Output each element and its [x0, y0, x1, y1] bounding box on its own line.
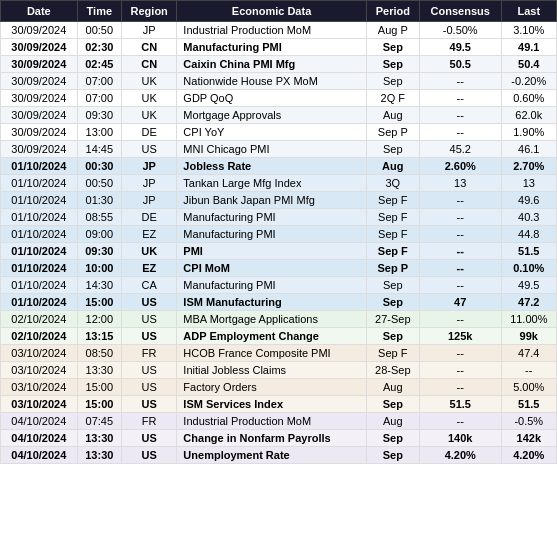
table-cell: 01/10/2024	[1, 158, 78, 175]
header-date: Date	[1, 1, 78, 22]
table-cell: 2.60%	[419, 158, 501, 175]
table-cell: 04/10/2024	[1, 447, 78, 464]
table-cell: 47.4	[501, 345, 556, 362]
table-cell: --	[419, 345, 501, 362]
table-cell: HCOB France Composite PMI	[177, 345, 366, 362]
table-row: 30/09/202402:45CNCaixin China PMI MfgSep…	[1, 56, 557, 73]
table-cell: 30/09/2024	[1, 124, 78, 141]
table-cell: 30/09/2024	[1, 56, 78, 73]
table-cell: Mortgage Approvals	[177, 107, 366, 124]
table-row: 01/10/202409:00EZManufacturing PMISep F-…	[1, 226, 557, 243]
table-cell: 30/09/2024	[1, 73, 78, 90]
table-cell: EZ	[122, 260, 177, 277]
table-cell: 140k	[419, 430, 501, 447]
table-cell: 62.0k	[501, 107, 556, 124]
table-cell: US	[122, 311, 177, 328]
table-cell: Sep	[366, 294, 419, 311]
table-cell: --	[419, 73, 501, 90]
table-row: 01/10/202414:30CAManufacturing PMISep--4…	[1, 277, 557, 294]
table-row: 30/09/202407:00UKGDP QoQ2Q F--0.60%	[1, 90, 557, 107]
table-cell: 2.70%	[501, 158, 556, 175]
table-cell: 03/10/2024	[1, 379, 78, 396]
table-cell: EZ	[122, 226, 177, 243]
table-cell: Industrial Production MoM	[177, 22, 366, 39]
table-cell: 13:30	[77, 362, 121, 379]
table-cell: 30/09/2024	[1, 22, 78, 39]
table-cell: 01/10/2024	[1, 175, 78, 192]
table-cell: Tankan Large Mfg Index	[177, 175, 366, 192]
table-cell: Initial Jobless Claims	[177, 362, 366, 379]
table-cell: ISM Services Index	[177, 396, 366, 413]
table-cell: Manufacturing PMI	[177, 39, 366, 56]
table-row: 02/10/202413:15USADP Employment ChangeSe…	[1, 328, 557, 345]
table-cell: Aug P	[366, 22, 419, 39]
table-cell: 07:00	[77, 90, 121, 107]
table-cell: 02:30	[77, 39, 121, 56]
table-cell: 2Q F	[366, 90, 419, 107]
table-cell: 10:00	[77, 260, 121, 277]
table-cell: US	[122, 141, 177, 158]
table-cell: 12:00	[77, 311, 121, 328]
table-cell: 40.3	[501, 209, 556, 226]
table-cell: CN	[122, 39, 177, 56]
table-cell: 49.5	[419, 39, 501, 56]
table-row: 04/10/202413:30USUnemployment RateSep4.2…	[1, 447, 557, 464]
table-cell: 51.5	[501, 243, 556, 260]
table-cell: Sep P	[366, 260, 419, 277]
table-cell: Change in Nonfarm Payrolls	[177, 430, 366, 447]
table-cell: Sep	[366, 430, 419, 447]
table-cell: 15:00	[77, 379, 121, 396]
table-cell: 3Q	[366, 175, 419, 192]
table-cell: Sep F	[366, 192, 419, 209]
table-row: 03/10/202415:00USFactory OrdersAug--5.00…	[1, 379, 557, 396]
table-cell: --	[419, 90, 501, 107]
table-cell: PMI	[177, 243, 366, 260]
table-cell: CPI MoM	[177, 260, 366, 277]
table-cell: 49.1	[501, 39, 556, 56]
table-cell: Sep	[366, 277, 419, 294]
table-cell: 30/09/2024	[1, 90, 78, 107]
table-cell: 44.8	[501, 226, 556, 243]
table-cell: 02/10/2024	[1, 328, 78, 345]
table-cell: Sep	[366, 447, 419, 464]
table-cell: --	[419, 260, 501, 277]
table-row: 02/10/202412:00USMBA Mortgage Applicatio…	[1, 311, 557, 328]
table-cell: Sep	[366, 396, 419, 413]
table-cell: JP	[122, 158, 177, 175]
table-cell: 13:30	[77, 430, 121, 447]
table-cell: 30/09/2024	[1, 107, 78, 124]
table-row: 01/10/202400:50JPTankan Large Mfg Index3…	[1, 175, 557, 192]
table-cell: Jobless Rate	[177, 158, 366, 175]
table-row: 30/09/202414:45USMNI Chicago PMISep45.24…	[1, 141, 557, 158]
header-last: Last	[501, 1, 556, 22]
table-cell: 49.5	[501, 277, 556, 294]
table-cell: ISM Manufacturing	[177, 294, 366, 311]
table-cell: DE	[122, 124, 177, 141]
table-cell: 3.10%	[501, 22, 556, 39]
table-cell: Aug	[366, 379, 419, 396]
table-cell: CA	[122, 277, 177, 294]
table-cell: 50.5	[419, 56, 501, 73]
table-cell: 04/10/2024	[1, 430, 78, 447]
table-cell: 07:45	[77, 413, 121, 430]
table-cell: 03/10/2024	[1, 362, 78, 379]
table-row: 01/10/202415:00USISM ManufacturingSep474…	[1, 294, 557, 311]
table-cell: UK	[122, 90, 177, 107]
table-cell: 30/09/2024	[1, 141, 78, 158]
table-cell: US	[122, 396, 177, 413]
table-cell: --	[419, 124, 501, 141]
table-cell: 51.5	[501, 396, 556, 413]
table-cell: 00:30	[77, 158, 121, 175]
table-cell: MBA Mortgage Applications	[177, 311, 366, 328]
table-cell: FR	[122, 345, 177, 362]
table-cell: 14:45	[77, 141, 121, 158]
table-cell: US	[122, 430, 177, 447]
header-period: Period	[366, 1, 419, 22]
table-cell: 00:50	[77, 175, 121, 192]
table-cell: 08:55	[77, 209, 121, 226]
table-cell: 13:00	[77, 124, 121, 141]
table-row: 03/10/202413:30USInitial Jobless Claims2…	[1, 362, 557, 379]
table-cell: 03/10/2024	[1, 345, 78, 362]
table-cell: US	[122, 362, 177, 379]
table-cell: 13:15	[77, 328, 121, 345]
